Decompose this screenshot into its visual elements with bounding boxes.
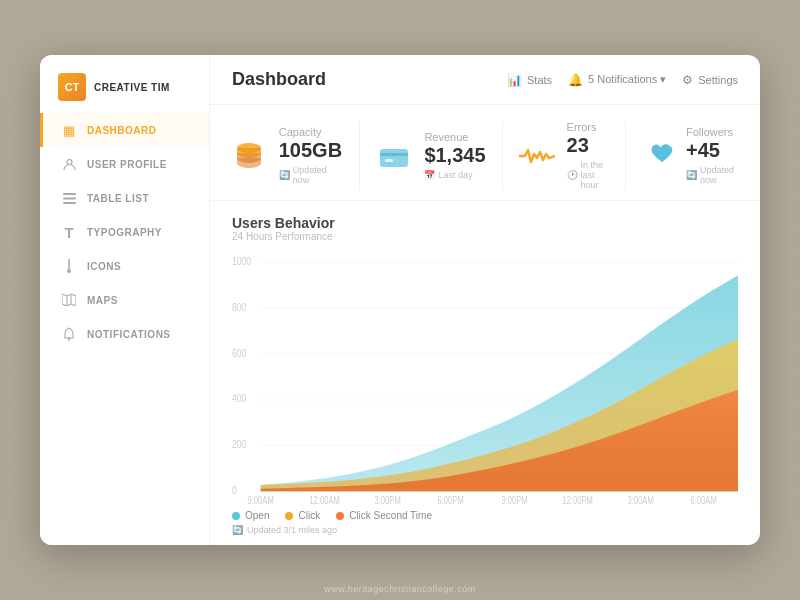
svg-text:6:00PM: 6:00PM	[437, 495, 463, 504]
svg-text:9:00PM: 9:00PM	[501, 495, 527, 504]
header: Dashboard 📊 Stats 🔔 5 Notifications ▾ ⚙ …	[210, 55, 760, 105]
sidebar-item-icons[interactable]: ICONS	[40, 249, 209, 283]
legend-open-label: Open	[245, 510, 269, 521]
notifications-action[interactable]: 🔔 5 Notifications ▾	[568, 73, 666, 87]
stats-label: Stats	[527, 74, 552, 86]
svg-text:9:00AM: 9:00AM	[248, 495, 274, 504]
revenue-updated-icon: 📅	[424, 170, 435, 180]
capacity-value: 105GB	[279, 139, 344, 161]
svg-text:6:00AM: 6:00AM	[690, 495, 716, 504]
errors-label: Errors	[567, 121, 609, 133]
chart-svg: 1000 800 600 400 200 0	[232, 250, 738, 504]
dashboard-icon: ▦	[61, 122, 77, 138]
followers-info: Followers +45 🔄 Updated now	[686, 126, 738, 185]
settings-action[interactable]: ⚙ Settings	[682, 73, 738, 87]
sidebar-item-notifications-label: NOTIFICATIONS	[87, 329, 171, 340]
svg-rect-13	[380, 153, 408, 156]
legend-click-label: Click	[298, 510, 320, 521]
revenue-value: $1,345	[424, 144, 485, 166]
notifications-label: 5 Notifications ▾	[588, 73, 666, 86]
main-content: Dashboard 📊 Stats 🔔 5 Notifications ▾ ⚙ …	[210, 55, 760, 545]
sidebar-item-user-profile-label: USER PROFILE	[87, 159, 167, 170]
sidebar-item-icons-label: ICONS	[87, 261, 121, 272]
svg-text:600: 600	[232, 347, 247, 359]
svg-rect-12	[380, 149, 408, 167]
stat-followers: Followers +45 🔄 Updated now	[626, 121, 738, 190]
capacity-updated-icon: 🔄	[279, 170, 290, 180]
followers-icon	[642, 138, 674, 174]
sidebar-item-maps[interactable]: MAPS	[40, 283, 209, 317]
sidebar-item-table-list-label: TABLE LIST	[87, 193, 149, 204]
chart-area: Users Behavior 24 Hours Performance	[210, 201, 760, 545]
svg-marker-6	[62, 294, 76, 306]
followers-label: Followers	[686, 126, 738, 138]
sidebar-item-typography-label: TYPOGRAPHY	[87, 227, 162, 238]
errors-info: Errors 23 🕐 In the last hour	[567, 121, 609, 190]
brand-name: CREATIVE TIM	[94, 82, 170, 93]
svg-text:400: 400	[232, 392, 247, 404]
svg-text:800: 800	[232, 301, 247, 313]
sidebar-item-typography[interactable]: T TYPOGRAPHY	[40, 215, 209, 249]
revenue-updated: 📅 Last day	[424, 170, 485, 180]
svg-point-5	[67, 269, 71, 273]
revenue-icon	[376, 138, 412, 174]
chart-title: Users Behavior	[232, 215, 738, 231]
table-icon	[61, 190, 77, 206]
chart-footer-text: Updated 3/1 miles ago	[247, 525, 337, 535]
stats-row: Capacity 105GB 🔄 Updated now Revenue $1,…	[210, 105, 760, 201]
typography-icon: T	[61, 224, 77, 240]
chart-footer: 🔄 Updated 3/1 miles ago	[232, 525, 738, 535]
bell-icon	[61, 326, 77, 342]
svg-text:1000: 1000	[232, 255, 251, 267]
stat-errors: Errors 23 🕐 In the last hour	[503, 121, 626, 190]
followers-updated-icon: 🔄	[686, 170, 697, 180]
brand: CT CREATIVE TIM	[40, 55, 209, 113]
sidebar-item-user-profile[interactable]: USER PROFILE	[40, 147, 209, 181]
errors-updated: 🕐 In the last hour	[567, 160, 609, 190]
header-actions: 📊 Stats 🔔 5 Notifications ▾ ⚙ Settings	[507, 73, 738, 87]
svg-rect-3	[63, 202, 76, 204]
chart-subtitle: 24 Hours Performance	[232, 231, 738, 242]
svg-text:0: 0	[232, 484, 237, 496]
followers-value: +45	[686, 139, 738, 161]
stat-revenue: Revenue $1,345 📅 Last day	[360, 121, 502, 190]
stat-capacity: Capacity 105GB 🔄 Updated now	[232, 121, 360, 190]
legend-open: Open	[232, 510, 269, 521]
legend-click-dot	[285, 512, 293, 520]
revenue-label: Revenue	[424, 131, 485, 143]
legend-second-dot	[336, 512, 344, 520]
dashboard-card: CT CREATIVE TIM ▦ DASHBOARD USER PROFILE…	[40, 55, 760, 545]
capacity-updated: 🔄 Updated now	[279, 165, 344, 185]
sidebar-item-notifications[interactable]: NOTIFICATIONS	[40, 317, 209, 351]
svg-point-0	[67, 159, 72, 164]
capacity-info: Capacity 105GB 🔄 Updated now	[279, 126, 344, 185]
svg-text:12:00PM: 12:00PM	[562, 495, 593, 504]
sidebar-item-dashboard-label: DASHBOARD	[87, 125, 157, 136]
errors-updated-icon: 🕐	[567, 170, 578, 180]
capacity-label: Capacity	[279, 126, 344, 138]
watermark: www.heritagechristiancollege.com	[324, 584, 476, 594]
sidebar: CT CREATIVE TIM ▦ DASHBOARD USER PROFILE…	[40, 55, 210, 545]
followers-updated: 🔄 Updated now	[686, 165, 738, 185]
notification-icon: 🔔	[568, 73, 583, 87]
sidebar-item-dashboard[interactable]: ▦ DASHBOARD	[40, 113, 209, 147]
settings-label: Settings	[698, 74, 738, 86]
sidebar-item-table-list[interactable]: TABLE LIST	[40, 181, 209, 215]
svg-text:12:00AM: 12:00AM	[309, 495, 340, 504]
svg-text:3:00AM: 3:00AM	[627, 495, 653, 504]
chart-footer-icon: 🔄	[232, 525, 243, 535]
stats-action[interactable]: 📊 Stats	[507, 73, 552, 87]
errors-value: 23	[567, 134, 609, 156]
legend-second: Click Second Time	[336, 510, 432, 521]
revenue-info: Revenue $1,345 📅 Last day	[424, 131, 485, 180]
svg-point-10	[68, 339, 70, 341]
page-title: Dashboard	[232, 69, 326, 90]
svg-text:3:00PM: 3:00PM	[374, 495, 400, 504]
stats-icon: 📊	[507, 73, 522, 87]
icons-icon	[61, 258, 77, 274]
brand-icon: CT	[58, 73, 86, 101]
chart-legend: Open Click Click Second Time	[232, 510, 738, 521]
svg-text:200: 200	[232, 438, 247, 450]
svg-rect-2	[63, 197, 76, 199]
sidebar-item-maps-label: MAPS	[87, 295, 118, 306]
